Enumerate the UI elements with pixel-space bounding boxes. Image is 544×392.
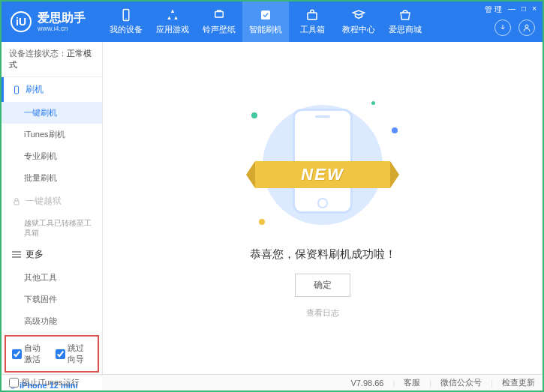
nav-label: 教程中心: [342, 24, 375, 35]
ringtone-icon: [212, 8, 226, 22]
apps-icon: [166, 8, 179, 22]
checkbox[interactable]: [12, 349, 22, 359]
app-header: iU 爱思助手 www.i4.cn 我的设备 应用游戏 铃声壁纸 智能刷机: [2, 1, 542, 42]
nav-ringtone[interactable]: 铃声壁纸: [196, 1, 242, 42]
lock-icon: [12, 197, 21, 206]
view-log-link[interactable]: 查看日志: [306, 307, 339, 319]
logo-url: www.i4.cn: [38, 25, 86, 32]
window-controls: 管 理 — □ ×: [485, 4, 536, 15]
jailbreak-note: 越狱工具已转移至工具箱: [2, 214, 102, 242]
options-highlighted: 自动激活 跳过向导: [5, 335, 99, 373]
flash-icon: [259, 8, 272, 22]
checkbox-label: 自动激活: [24, 343, 48, 365]
user-icon[interactable]: [518, 19, 535, 36]
nav-flash[interactable]: 智能刷机: [242, 1, 289, 42]
sidebar-section-jailbreak: 一键越狱: [2, 189, 102, 214]
new-banner-text: NEW: [255, 165, 390, 184]
main-content: NEW 恭喜您，保资料刷机成功啦！ 确定 查看日志: [103, 42, 542, 374]
minimize-icon[interactable]: —: [508, 4, 515, 15]
success-illustration: NEW: [248, 97, 398, 232]
sidebar: 设备连接状态：正常模式 刷机 一键刷机 iTunes刷机 专业刷机 批量刷机 一…: [2, 42, 103, 374]
skip-guide-checkbox[interactable]: 跳过向导: [56, 343, 92, 365]
sidebar-item-other[interactable]: 其他工具: [2, 267, 102, 289]
download-icon[interactable]: [494, 19, 511, 36]
top-nav: 我的设备 应用游戏 铃声壁纸 智能刷机 工具箱 教程中心: [103, 1, 428, 42]
nav-label: 智能刷机: [249, 24, 282, 35]
status-label: 设备连接状态：: [9, 49, 67, 58]
logo: iU 爱思助手 www.i4.cn: [2, 11, 103, 32]
nav-apps[interactable]: 应用游戏: [149, 1, 196, 42]
sidebar-item-itunes[interactable]: iTunes刷机: [2, 124, 102, 145]
sidebar-section-flash[interactable]: 刷机: [2, 77, 102, 102]
sidebar-item-firmware[interactable]: 下载固件: [2, 289, 102, 310]
wechat-link[interactable]: 微信公众号: [440, 377, 482, 388]
confirm-button[interactable]: 确定: [295, 274, 350, 297]
svg-rect-6: [15, 86, 19, 94]
logo-icon: iU: [11, 11, 32, 32]
nav-label: 应用游戏: [156, 24, 189, 35]
block-itunes-checkbox[interactable]: 阻止iTunes运行: [9, 377, 80, 388]
service-link[interactable]: 客服: [404, 377, 420, 388]
nav-label: 铃声壁纸: [203, 24, 236, 35]
window-menu[interactable]: 管 理: [485, 4, 502, 15]
close-icon[interactable]: ×: [532, 4, 536, 15]
success-message: 恭喜您，保资料刷机成功啦！: [250, 247, 396, 262]
connection-status: 设备连接状态：正常模式: [2, 42, 102, 77]
sidebar-item-pro[interactable]: 专业刷机: [2, 145, 102, 167]
checkbox[interactable]: [9, 378, 19, 388]
checkbox-label: 跳过向导: [68, 343, 92, 365]
nav-label: 工具箱: [300, 24, 325, 35]
section-label: 更多: [26, 248, 44, 261]
sidebar-item-batch[interactable]: 批量刷机: [2, 167, 102, 189]
checkbox[interactable]: [56, 349, 65, 359]
svg-rect-2: [215, 12, 224, 18]
section-label: 一键越狱: [26, 195, 62, 208]
nav-device[interactable]: 我的设备: [103, 1, 149, 42]
logo-text: 爱思助手: [38, 11, 86, 25]
toolbox-icon: [305, 8, 319, 22]
store-icon: [398, 8, 412, 22]
svg-rect-7: [14, 201, 19, 205]
maximize-icon[interactable]: □: [521, 4, 526, 15]
hamburger-icon: [12, 250, 21, 259]
svg-point-5: [525, 25, 528, 28]
checkbox-label: 阻止iTunes运行: [22, 377, 80, 388]
sidebar-section-more[interactable]: 更多: [2, 242, 102, 267]
svg-point-1: [125, 19, 127, 20]
version-label: V7.98.66: [350, 379, 383, 388]
svg-rect-4: [308, 13, 317, 19]
nav-tutorial[interactable]: 教程中心: [335, 1, 382, 42]
tutorial-icon: [352, 8, 365, 22]
sidebar-item-advanced[interactable]: 高级功能: [2, 310, 102, 332]
section-label: 刷机: [26, 83, 44, 96]
sidebar-item-oneclick[interactable]: 一键刷机: [2, 102, 102, 124]
nav-label: 我的设备: [110, 24, 143, 35]
nav-label: 爱思商城: [389, 24, 422, 35]
svg-rect-3: [261, 10, 270, 19]
nav-store[interactable]: 爱思商城: [382, 1, 428, 42]
phone-icon: [12, 85, 21, 94]
nav-toolbox[interactable]: 工具箱: [289, 1, 335, 42]
phone-icon: [119, 8, 133, 22]
update-link[interactable]: 检查更新: [502, 377, 535, 388]
auto-activate-checkbox[interactable]: 自动激活: [12, 343, 48, 365]
